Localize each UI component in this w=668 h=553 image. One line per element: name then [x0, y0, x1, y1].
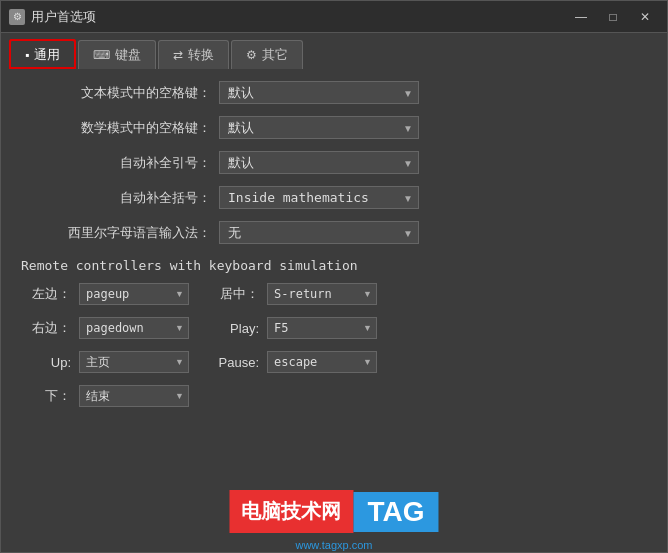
keyboard-tab-icon: ⌨: [93, 48, 110, 62]
right-row: 右边： pagedown pageup: [21, 317, 189, 339]
auto-bracket-label: 自动补全括号：: [21, 189, 211, 207]
app-icon: ⚙: [9, 9, 25, 25]
close-button[interactable]: ✕: [631, 7, 659, 27]
up-select[interactable]: 主页: [79, 351, 189, 373]
other-tab-icon: ⚙: [246, 48, 257, 62]
center-label: 居中：: [209, 285, 259, 303]
center-select[interactable]: S-return: [267, 283, 377, 305]
auto-bracket-select-wrap: Inside mathematics 默认: [219, 186, 419, 209]
math-space-row: 数学模式中的空格键： 默认: [21, 116, 647, 139]
tab-bar: ▪ 通用 ⌨ 键盘 ⇄ 转换 ⚙ 其它: [1, 33, 667, 69]
auto-quote-select-wrap: 默认: [219, 151, 419, 174]
cyrillic-select-wrap: 无: [219, 221, 419, 244]
transform-tab-icon: ⇄: [173, 48, 183, 62]
tab-keyboard[interactable]: ⌨ 键盘: [78, 40, 156, 69]
auto-bracket-row: 自动补全括号： Inside mathematics 默认: [21, 186, 647, 209]
math-space-select-wrap: 默认: [219, 116, 419, 139]
maximize-button[interactable]: □: [599, 7, 627, 27]
tab-transform[interactable]: ⇄ 转换: [158, 40, 229, 69]
pause-row: Pause: escape: [209, 351, 377, 373]
down-row: 下： 结束: [21, 385, 189, 407]
tab-keyboard-label: 键盘: [115, 46, 141, 64]
main-window: ⚙ 用户首选项 — □ ✕ ▪ 通用 ⌨ 键盘 ⇄ 转换 ⚙ 其它 文本: [0, 0, 668, 553]
pause-select[interactable]: escape: [267, 351, 377, 373]
cyrillic-row: 西里尔字母语言输入法： 无: [21, 221, 647, 244]
math-space-label: 数学模式中的空格键：: [21, 119, 211, 137]
right-column: 居中： S-return Play: F5: [209, 283, 377, 407]
up-label: Up:: [21, 355, 71, 370]
text-space-label: 文本模式中的空格键：: [21, 84, 211, 102]
text-space-select[interactable]: 默认: [219, 81, 419, 104]
tab-general-label: 通用: [34, 46, 60, 64]
left-row: 左边： pageup pagedown: [21, 283, 189, 305]
auto-quote-row: 自动补全引号： 默认: [21, 151, 647, 174]
play-label: Play:: [209, 321, 259, 336]
title-bar-left: ⚙ 用户首选项: [9, 8, 96, 26]
remote-controls-grid: 左边： pageup pagedown 右边： pagedown pa: [21, 283, 647, 407]
text-space-row: 文本模式中的空格键： 默认: [21, 81, 647, 104]
right-select[interactable]: pagedown pageup: [79, 317, 189, 339]
math-space-select[interactable]: 默认: [219, 116, 419, 139]
general-tab-icon: ▪: [25, 48, 29, 62]
left-select[interactable]: pageup pagedown: [79, 283, 189, 305]
play-select[interactable]: F5: [267, 317, 377, 339]
up-select-wrap: 主页: [79, 351, 189, 373]
right-select-wrap: pagedown pageup: [79, 317, 189, 339]
window-controls: — □ ✕: [567, 7, 659, 27]
minimize-button[interactable]: —: [567, 7, 595, 27]
pause-select-wrap: escape: [267, 351, 377, 373]
auto-quote-select[interactable]: 默认: [219, 151, 419, 174]
left-label: 左边：: [21, 285, 71, 303]
text-space-select-wrap: 默认: [219, 81, 419, 104]
cyrillic-select[interactable]: 无: [219, 221, 419, 244]
tab-other[interactable]: ⚙ 其它: [231, 40, 303, 69]
play-row: Play: F5: [209, 317, 377, 339]
pause-label: Pause:: [209, 355, 259, 370]
content-area: 文本模式中的空格键： 默认 数学模式中的空格键： 默认 自动补全引号： 默认: [1, 69, 667, 552]
auto-bracket-select[interactable]: Inside mathematics 默认: [219, 186, 419, 209]
remote-section-title: Remote controllers with keyboard simulat…: [21, 258, 647, 273]
left-column: 左边： pageup pagedown 右边： pagedown pa: [21, 283, 189, 407]
window-title: 用户首选项: [31, 8, 96, 26]
auto-quote-label: 自动补全引号：: [21, 154, 211, 172]
left-select-wrap: pageup pagedown: [79, 283, 189, 305]
cyrillic-label: 西里尔字母语言输入法：: [21, 224, 211, 242]
right-label: 右边：: [21, 319, 71, 337]
center-select-wrap: S-return: [267, 283, 377, 305]
down-select-wrap: 结束: [79, 385, 189, 407]
center-row: 居中： S-return: [209, 283, 377, 305]
tab-other-label: 其它: [262, 46, 288, 64]
tab-transform-label: 转换: [188, 46, 214, 64]
down-label: 下：: [21, 387, 71, 405]
tab-general[interactable]: ▪ 通用: [9, 39, 76, 69]
up-row: Up: 主页: [21, 351, 189, 373]
title-bar: ⚙ 用户首选项 — □ ✕: [1, 1, 667, 33]
play-select-wrap: F5: [267, 317, 377, 339]
down-select[interactable]: 结束: [79, 385, 189, 407]
